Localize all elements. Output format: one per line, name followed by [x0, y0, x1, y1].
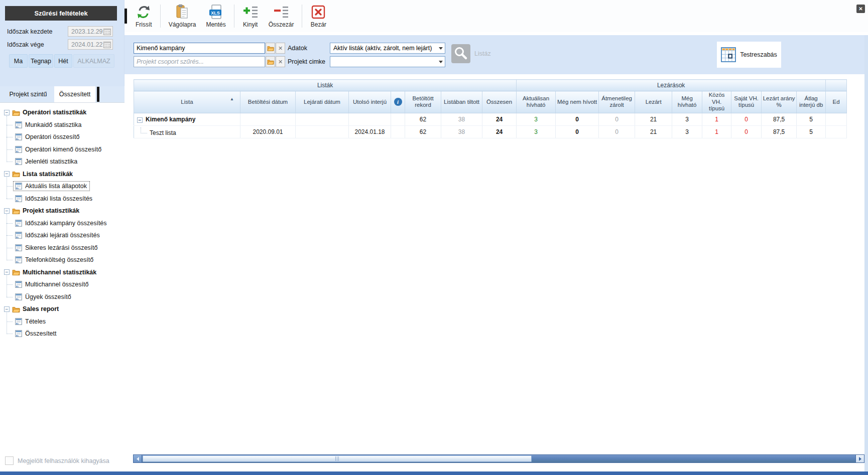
copy-to-clipboard-button[interactable]: Vágólapra: [164, 2, 201, 30]
report-icon: [15, 232, 22, 239]
collapse-icon[interactable]: −: [4, 269, 10, 275]
tree-item[interactable]: Operátori kimenő összesítő: [0, 143, 125, 156]
tree-folder-sales[interactable]: − Sales report: [0, 303, 125, 315]
customize-button[interactable]: Testreszabás: [717, 42, 781, 68]
column-header[interactable]: Átmenetileg zárolt: [599, 91, 635, 113]
cell: [826, 113, 847, 125]
data-select-value: Aktív listák (aktív, zárolt, nem lejárt): [333, 45, 432, 52]
column-header[interactable]: Lezárt arány %: [762, 91, 797, 113]
close-report-button[interactable]: Bezár: [305, 2, 331, 30]
column-header[interactable]: Betöltött rekord: [405, 91, 441, 113]
column-header[interactable]: Aktuálisan hívható: [517, 91, 556, 113]
campaign-folder-button[interactable]: [266, 43, 275, 54]
list-button-label: Listáz: [474, 50, 491, 57]
tree-item[interactable]: Időszaki lista összesítés: [0, 193, 125, 205]
scroll-left-button[interactable]: [134, 455, 142, 462]
folder-icon: [12, 208, 20, 214]
tree-item[interactable]: Ügyek összesítő: [0, 291, 125, 303]
folder-icon: [12, 171, 20, 177]
column-header[interactable]: Lezárt: [635, 91, 672, 113]
list-button[interactable]: Listáz: [451, 41, 494, 66]
tree-item[interactable]: Munkaidő statisztika: [0, 119, 125, 131]
collapse-icon[interactable]: −: [4, 306, 10, 312]
project-label-dropdown[interactable]: [330, 56, 445, 67]
cell: 5: [797, 113, 826, 125]
skip-users-checkbox[interactable]: [5, 456, 14, 465]
tree-folder-projekt[interactable]: − Projekt statisztikák: [0, 205, 125, 217]
period-end-field[interactable]: 2024.01.22: [68, 39, 113, 50]
column-header[interactable]: Betöltési dátum: [240, 91, 296, 113]
tree-item[interactable]: Időszaki kampány összesítés: [0, 217, 125, 230]
scrollbar-thumb[interactable]: [143, 455, 532, 462]
sidebar-splitter-handle[interactable]: [125, 9, 127, 24]
tab-projekt-szintu[interactable]: Projekt szintű: [3, 86, 53, 102]
project-group-clear-button[interactable]: ✕: [276, 56, 285, 67]
tree-item[interactable]: Operátori összesítő: [0, 131, 125, 143]
tree-folder-operatori[interactable]: − Operátori statisztikák: [0, 106, 125, 119]
customize-button-label: Testreszabás: [740, 51, 777, 58]
report-icon: [15, 183, 22, 190]
column-header[interactable]: Összesen: [482, 91, 517, 113]
column-header[interactable]: Még nem hívott: [556, 91, 599, 113]
tree-item-selected[interactable]: Aktuális lista állapotok: [0, 180, 125, 193]
tree-item[interactable]: Sikeres lezárási összesítő: [0, 242, 125, 254]
tab-splitter-handle[interactable]: [97, 87, 99, 102]
table-row-group[interactable]: −Kimenő kampány 62 38 24 3 0 0 21 3 1: [134, 113, 847, 125]
calendar-icon[interactable]: [103, 28, 111, 35]
scroll-right-button[interactable]: [855, 455, 864, 462]
info-icon: i: [394, 98, 402, 106]
collapse-icon[interactable]: −: [4, 110, 10, 115]
project-group-folder-button[interactable]: [266, 56, 275, 67]
cell: 0: [731, 113, 762, 125]
column-header[interactable]: Saját VH. típusú: [731, 91, 762, 113]
column-header[interactable]: Utolsó interjú: [349, 91, 391, 113]
refresh-button[interactable]: Frissít: [131, 2, 157, 30]
project-group-filter-input[interactable]: [134, 56, 265, 67]
cell: 0: [599, 125, 635, 138]
xls-badge: XLS: [211, 11, 220, 16]
column-header[interactable]: Ed: [826, 91, 847, 113]
tree-item[interactable]: Jelenléti statisztika: [0, 155, 125, 168]
tab-osszesitett[interactable]: Összesített: [54, 86, 95, 102]
period-start-field[interactable]: 2023.12.29: [68, 26, 113, 37]
campaign-clear-button[interactable]: ✕: [276, 43, 285, 54]
column-header-lista[interactable]: Lista ▲: [134, 91, 240, 113]
tree-item[interactable]: Telefonköltség összesítő: [0, 254, 125, 266]
calendar-icon[interactable]: [103, 41, 111, 48]
column-header[interactable]: Közös VH. típusú: [702, 91, 731, 113]
collapse-icon[interactable]: −: [4, 208, 10, 214]
yesterday-button[interactable]: Tegnap: [29, 54, 53, 68]
tree-item[interactable]: Tételes: [0, 315, 125, 328]
table-row[interactable]: Teszt lista 2020.09.01 2024.01.18 62 38 …: [134, 125, 847, 138]
column-header[interactable]: Lejárati dátum: [296, 91, 349, 113]
tree-folder-lista[interactable]: − Lista statisztikák: [0, 168, 125, 181]
cell: 0: [556, 125, 599, 138]
column-header[interactable]: Listában tiltott: [441, 91, 482, 113]
column-header-info[interactable]: i: [391, 91, 405, 113]
column-header[interactable]: Még hívható: [672, 91, 702, 113]
search-icon: [451, 44, 470, 63]
tree-folder-multichannel[interactable]: − Multichannel statisztikák: [0, 266, 125, 279]
apply-button[interactable]: ALKALMAZ: [73, 54, 114, 68]
window-close-button[interactable]: ✕: [856, 5, 865, 13]
horizontal-scrollbar[interactable]: [133, 454, 864, 463]
report-icon: [15, 281, 22, 288]
folder-icon: [12, 109, 20, 116]
tree-group-label: Projekt statisztikák: [23, 207, 79, 214]
week-button[interactable]: Hét: [54, 54, 72, 68]
save-xls-button[interactable]: XLS Mentés: [201, 2, 230, 30]
expand-all-icon: [242, 4, 259, 20]
collapse-all-button[interactable]: Összezár: [264, 2, 299, 30]
collapse-icon[interactable]: −: [4, 171, 10, 177]
tree-item[interactable]: Összesített: [0, 328, 125, 340]
data-select-dropdown[interactable]: Aktív listák (aktív, zárolt, nem lejárt): [330, 43, 445, 54]
tree-item[interactable]: Multichannel összesítő: [0, 278, 125, 291]
collapse-icon[interactable]: −: [137, 117, 143, 123]
expand-all-button[interactable]: Kinyit: [237, 2, 264, 30]
column-header[interactable]: Átlag interjú db: [797, 91, 826, 113]
today-button[interactable]: Ma: [9, 54, 28, 68]
campaign-filter-input[interactable]: [134, 43, 265, 54]
tree-item[interactable]: Időszaki lejárati összesítés: [0, 229, 125, 242]
group-row-cell: −Kimenő kampány: [134, 113, 240, 125]
cell: [349, 113, 391, 125]
